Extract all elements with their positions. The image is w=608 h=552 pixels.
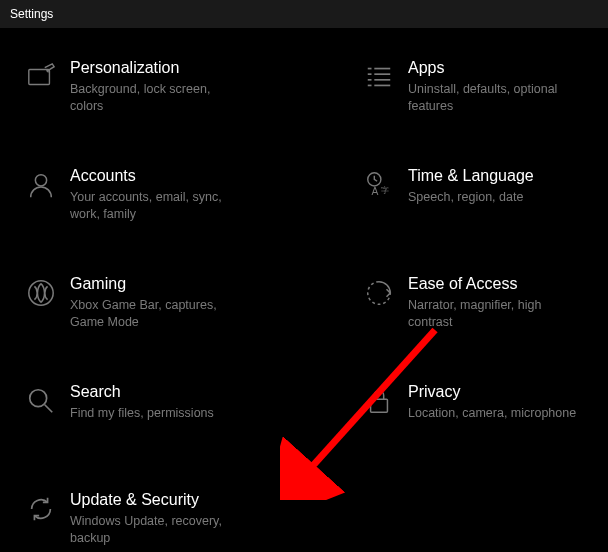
tile-title: Time & Language	[408, 166, 596, 187]
tile-title: Accounts	[70, 166, 258, 187]
tile-desc: Find my files, permissions	[70, 405, 245, 422]
update-security-icon	[12, 490, 70, 552]
tile-title: Ease of Access	[408, 274, 596, 295]
ease-of-access-icon	[350, 274, 408, 352]
tile-desc: Location, camera, microphone	[408, 405, 583, 422]
tile-update-security[interactable]: Update & Security Windows Update, recove…	[12, 484, 292, 552]
personalization-icon	[12, 58, 70, 136]
tile-accounts[interactable]: Accounts Your accounts, email, sync, wor…	[12, 160, 270, 250]
svg-rect-16	[371, 399, 388, 412]
tile-title: Search	[70, 382, 258, 403]
tile-gaming[interactable]: Gaming Xbox Game Bar, captures, Game Mod…	[12, 268, 270, 358]
privacy-icon	[350, 382, 408, 460]
tile-desc: Uninstall, defaults, optional features	[408, 81, 583, 115]
tile-desc: Your accounts, email, sync, work, family	[70, 189, 245, 223]
svg-text:A: A	[372, 186, 379, 197]
tile-desc: Narrator, magnifier, high contrast	[408, 297, 583, 331]
svg-text:字: 字	[381, 185, 389, 195]
tile-title: Personalization	[70, 58, 258, 79]
tile-desc: Xbox Game Bar, captures, Game Mode	[70, 297, 245, 331]
tile-personalization[interactable]: Personalization Background, lock screen,…	[12, 52, 270, 142]
window-title: Settings	[10, 7, 53, 21]
apps-icon	[350, 58, 408, 136]
tile-privacy[interactable]: Privacy Location, camera, microphone	[350, 376, 608, 466]
svg-point-9	[35, 175, 46, 186]
svg-point-14	[30, 390, 47, 407]
accounts-icon	[12, 166, 70, 244]
tile-title: Update & Security	[70, 490, 280, 511]
settings-grid: Personalization Background, lock screen,…	[0, 28, 608, 552]
svg-rect-0	[29, 70, 50, 85]
tile-desc: Background, lock screen, colors	[70, 81, 245, 115]
tile-desc: Speech, region, date	[408, 189, 583, 206]
tile-search[interactable]: Search Find my files, permissions	[12, 376, 270, 466]
gaming-icon	[12, 274, 70, 352]
tile-apps[interactable]: Apps Uninstall, defaults, optional featu…	[350, 52, 608, 142]
window-titlebar: Settings	[0, 0, 608, 28]
search-icon	[12, 382, 70, 460]
tile-title: Apps	[408, 58, 596, 79]
svg-line-15	[45, 405, 53, 413]
tile-desc: Windows Update, recovery, backup	[70, 513, 245, 547]
tile-time-language[interactable]: A 字 Time & Language Speech, region, date	[350, 160, 608, 250]
tile-title: Privacy	[408, 382, 596, 403]
tile-ease-of-access[interactable]: Ease of Access Narrator, magnifier, high…	[350, 268, 608, 358]
time-language-icon: A 字	[350, 166, 408, 244]
tile-title: Gaming	[70, 274, 258, 295]
